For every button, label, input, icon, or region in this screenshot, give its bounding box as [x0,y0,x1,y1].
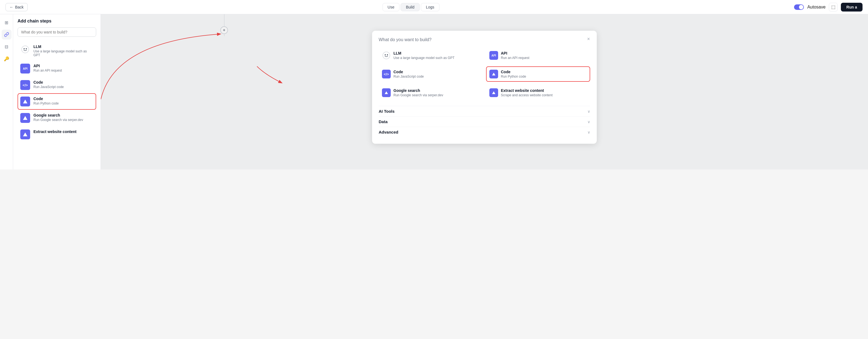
code-py-name: Code [33,96,59,101]
sidebar-grid-icon[interactable]: ⊞ [2,18,11,27]
svg-point-7 [387,54,388,55]
modal-code-py-icon [489,70,498,79]
modal-item-code-js[interactable]: </> Code Run JavaScript code [379,66,483,82]
modal-google-desc: Run Google search via serper.dev [394,93,443,97]
autosave-label: Autosave [807,5,826,9]
api-name: API [33,64,62,68]
section-data[interactable]: Data ∨ [379,116,590,127]
google-icon [20,113,30,123]
advanced-chevron-icon: ∨ [587,130,590,134]
code-js-name: Code [33,80,64,84]
llm-desc: Use a large language model such as GPT [33,49,93,57]
ai-tools-chevron-icon: ∨ [587,109,590,114]
modal-api-name: API [501,51,529,55]
modal-item-extract[interactable]: Extract website content Scrape and acces… [486,85,590,101]
list-item-code-js[interactable]: </> Code Run JavaScript code [18,77,96,93]
back-button[interactable]: ← Back [5,3,28,11]
list-item-google[interactable]: Google search Run Google search via serp… [18,110,96,126]
modal-google-name: Google search [394,88,443,93]
modal-extract-name: Extract website content [501,88,553,93]
svg-point-1 [24,48,25,49]
run-button[interactable]: Run a [841,3,863,11]
svg-point-0 [22,46,29,53]
sidebar-key-icon[interactable]: 🔑 [2,54,11,64]
data-chevron-icon: ∨ [587,120,590,124]
section-advanced-label: Advanced [379,130,398,134]
modal-close-button[interactable]: × [585,35,592,43]
modal-item-api[interactable]: API API Run an API request [486,48,590,63]
sidebar-icons: ⊞ ⊟ 🔑 [0,14,13,169]
modal-llm-desc: Use a large language model such as GPT [394,56,455,60]
api-desc: Run an API request [33,68,62,73]
modal-api-desc: Run an API request [501,56,529,60]
modal-extract-desc: Scrape and access website content [501,93,553,97]
section-ai-tools[interactable]: AI Tools ∨ [379,106,590,116]
section-ai-tools-label: AI Tools [379,109,395,114]
save-icon: ⬚ [831,4,835,9]
modal-item-code-py[interactable]: Code Run Python code [486,66,590,82]
modal-item-google[interactable]: Google search Run Google search via serp… [379,85,483,101]
svg-point-5 [383,52,390,59]
api-icon: API [20,64,30,74]
svg-point-2 [26,48,27,49]
autosave-toggle[interactable] [794,4,804,10]
modal-code-py-desc: Run Python code [501,75,526,79]
sidebar-widget-icon[interactable]: ⊟ [2,42,11,52]
extract-name: Extract website content [33,130,76,134]
modal-code-py-name: Code [501,70,526,74]
modal-llm-name: LLM [394,51,455,55]
sidebar-link-icon[interactable] [2,30,11,39]
topnav: ← Back Use Build Logs Autosave ⬚ Run a [0,0,868,14]
llm-name: LLM [33,45,93,49]
panel-title: Add chain steps [18,19,96,24]
code-js-icon: </> [20,80,30,90]
left-panel: Add chain steps LLM Use a large language… [13,14,101,169]
list-item-code-py[interactable]: Code Run Python code [18,93,96,110]
triangle-icon [23,100,27,104]
code-js-desc: Run JavaScript code [33,85,64,89]
main-layout: ⊞ ⊟ 🔑 Add chain steps LLM [0,14,868,169]
modal-code-js-desc: Run JavaScript code [394,75,424,79]
llm-icon [20,45,30,54]
save-icon-button[interactable]: ⬚ [829,3,838,11]
modal-google-icon [382,88,391,97]
nav-right: Autosave ⬚ Run a [794,3,863,11]
modal-llm-icon [382,51,391,60]
svg-point-6 [385,54,386,55]
section-data-label: Data [379,119,388,124]
tab-logs[interactable]: Logs [421,3,439,11]
tab-build[interactable]: Build [401,3,420,11]
search-input[interactable] [18,27,96,37]
extract-icon [20,130,30,139]
google-desc: Run Google search via serper.dev [33,118,83,122]
modal-backdrop: What do you want to build? × [101,14,868,169]
modal: What do you want to build? × [372,31,597,144]
modal-item-llm[interactable]: LLM Use a large language model such as G… [379,48,483,63]
modal-google-triangle-icon [385,91,388,94]
code-py-desc: Run Python code [33,102,59,105]
modal-code-js-name: Code [394,70,424,74]
modal-api-icon: API [489,51,498,60]
code-py-icon [20,96,30,106]
section-advanced[interactable]: Advanced ∨ [379,127,590,137]
modal-triangle-icon [492,73,495,76]
modal-code-js-icon: </> [382,70,391,79]
modal-grid: LLM Use a large language model such as G… [379,48,590,101]
list-item-llm[interactable]: LLM Use a large language model such as G… [18,41,96,60]
extract-triangle-icon [23,133,27,136]
back-arrow-icon: ← [9,5,13,9]
google-name: Google search [33,113,83,117]
list-item-api[interactable]: API API Run an API request [18,60,96,77]
modal-extract-icon [489,88,498,97]
nav-tabs: Use Build Logs [382,3,439,11]
tab-use[interactable]: Use [382,3,400,11]
modal-extract-triangle-icon [492,91,495,94]
list-item-extract[interactable]: Extract website content [18,126,96,143]
back-label: Back [15,5,24,9]
canvas-area: + What do you want to build? × [101,14,868,169]
modal-title: What do you want to build? [379,37,590,42]
google-triangle-icon [23,116,27,120]
